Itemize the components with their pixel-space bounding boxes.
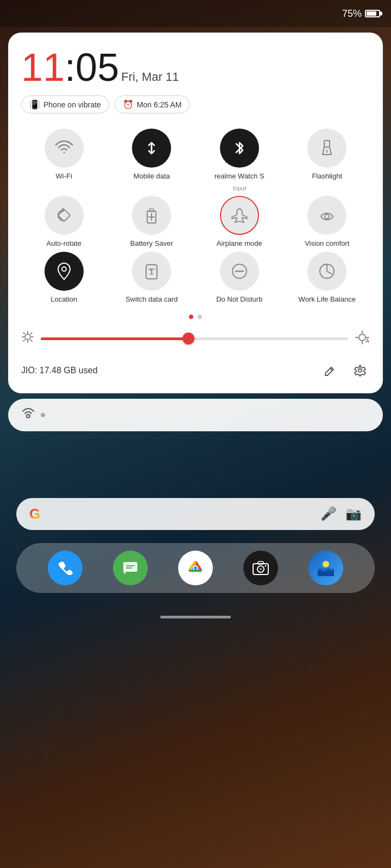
svg-rect-42 <box>258 561 263 564</box>
tile-switch-data-card[interactable]: 1 Switch data card <box>109 252 195 304</box>
svg-rect-0 <box>324 141 330 147</box>
mobile-data-label: Mobile data <box>134 172 170 181</box>
tile-work-life-balance[interactable]: Work Life Balance <box>285 252 370 304</box>
tile-bluetooth[interactable]: realme Watch S Input <box>197 129 282 192</box>
home-bar <box>160 616 231 618</box>
alarm-icon: ⏰ <box>123 99 134 110</box>
location-circle <box>45 252 84 291</box>
wifi-label: Wi-Fi <box>56 172 72 181</box>
battery-icon <box>365 10 380 17</box>
svg-point-41 <box>260 568 262 570</box>
clock-hour: 11 <box>21 48 65 87</box>
battery-saver-circle <box>132 196 171 235</box>
tile-location[interactable]: Location <box>21 252 107 304</box>
clock-minutes: 05 <box>75 48 119 87</box>
tile-wifi[interactable]: Wi-Fi <box>21 129 107 192</box>
dock-gallery[interactable] <box>308 551 343 585</box>
pill-vibrate-label: Phone on vibrate <box>43 100 101 109</box>
brightness-high-icon: A <box>355 330 370 348</box>
flashlight-circle <box>307 129 346 168</box>
quick-settings-panel: 11 : 05 Fri, Mar 11 📳 Phone on vibrate ⏰… <box>8 33 383 393</box>
mobile-data-circle <box>132 129 171 168</box>
dock-chrome[interactable] <box>178 551 213 585</box>
svg-line-23 <box>31 333 32 334</box>
airplane-mode-label: Airplane mode <box>217 239 262 248</box>
tile-mobile-data[interactable]: Mobile data <box>109 129 195 192</box>
mic-icon[interactable]: 🎤 <box>320 506 337 521</box>
switch-data-card-circle: 1 <box>132 252 171 291</box>
page-dots <box>21 315 370 319</box>
clock-colon: : <box>65 48 75 87</box>
pill-vibrate[interactable]: 📳 Phone on vibrate <box>21 95 109 113</box>
status-bar-right: 75% <box>342 8 380 20</box>
svg-point-8 <box>62 267 66 271</box>
pill-alarm-label: Mon 6:25 AM <box>137 100 182 109</box>
clock-date: Fri, Mar 11 <box>121 71 179 83</box>
svg-line-20 <box>23 333 24 334</box>
status-bar: 75% <box>0 0 391 27</box>
widget-dot <box>41 413 45 417</box>
home-indicator <box>0 609 391 623</box>
brightness-row: A <box>21 330 370 348</box>
google-bar-actions: 🎤 📷 <box>320 506 362 521</box>
widget-bar <box>8 399 383 431</box>
tile-battery-saver[interactable]: Battery Saver <box>109 196 195 248</box>
vision-comfort-circle <box>307 196 346 235</box>
svg-point-43 <box>265 565 267 566</box>
hotspot-icon <box>21 406 35 424</box>
auto-rotate-circle <box>45 196 84 235</box>
tile-auto-rotate[interactable]: Auto-rotate <box>21 196 107 248</box>
tile-flashlight[interactable]: Flashlight <box>285 129 370 192</box>
data-usage-row: JIO: 17.48 GB used <box>21 361 370 380</box>
svg-text:A: A <box>365 338 369 344</box>
dock-camera[interactable] <box>243 551 278 585</box>
pills-row: 📳 Phone on vibrate ⏰ Mon 6:25 AM <box>21 95 370 113</box>
svg-point-24 <box>359 334 365 341</box>
svg-rect-33 <box>123 562 137 572</box>
google-search-bar[interactable]: G 🎤 📷 <box>16 498 375 530</box>
clock-time: 11 : 05 Fri, Mar 11 <box>21 48 370 87</box>
do-not-disturb-circle <box>220 252 259 291</box>
auto-rotate-label: Auto-rotate <box>47 239 81 248</box>
svg-line-22 <box>23 340 24 341</box>
tile-do-not-disturb[interactable]: Do Not Disturb <box>197 252 282 304</box>
brightness-slider-fill <box>41 337 188 340</box>
battery-saver-label: Battery Saver <box>130 239 173 248</box>
battery-percentage: 75% <box>342 8 362 20</box>
clock-area: 11 : 05 Fri, Mar 11 <box>21 48 370 87</box>
page-dot-2 <box>198 315 202 319</box>
app-dock <box>16 543 375 593</box>
vision-comfort-label: Vision comfort <box>305 239 349 248</box>
svg-point-38 <box>194 566 197 570</box>
dock-phone[interactable] <box>48 551 83 585</box>
tile-airplane-mode[interactable]: Airplane mode <box>197 196 282 248</box>
data-usage-text: JIO: 17.48 GB used <box>21 366 98 375</box>
svg-point-31 <box>358 369 362 372</box>
bluetooth-sublabel: Input <box>233 185 246 192</box>
edit-button[interactable] <box>320 361 339 380</box>
home-area: G 🎤 📷 <box>0 436 391 609</box>
pill-alarm[interactable]: ⏰ Mon 6:25 AM <box>115 95 190 113</box>
tile-vision-comfort[interactable]: Vision comfort <box>285 196 370 248</box>
location-label: Location <box>51 295 77 304</box>
brightness-low-icon <box>21 330 34 347</box>
lens-icon[interactable]: 📷 <box>345 506 362 521</box>
svg-point-44 <box>323 561 329 567</box>
settings-button[interactable] <box>350 361 370 380</box>
wifi-circle <box>45 129 84 168</box>
svg-point-32 <box>27 414 30 418</box>
page-dot-1 <box>189 315 193 319</box>
airplane-mode-circle <box>220 196 259 235</box>
svg-line-21 <box>31 340 32 341</box>
tiles-grid: Wi-Fi Mobile data realme Watch S <box>21 129 370 304</box>
vibrate-icon: 📳 <box>29 99 40 110</box>
switch-data-card-label: Switch data card <box>125 295 178 304</box>
svg-point-7 <box>325 214 329 219</box>
do-not-disturb-label: Do Not Disturb <box>216 295 262 304</box>
svg-rect-4 <box>149 209 154 212</box>
flashlight-label: Flashlight <box>312 172 342 181</box>
work-life-balance-label: Work Life Balance <box>299 295 356 304</box>
brightness-slider[interactable] <box>41 337 348 340</box>
bluetooth-label: realme Watch S <box>215 172 264 181</box>
dock-messages[interactable] <box>113 551 148 585</box>
